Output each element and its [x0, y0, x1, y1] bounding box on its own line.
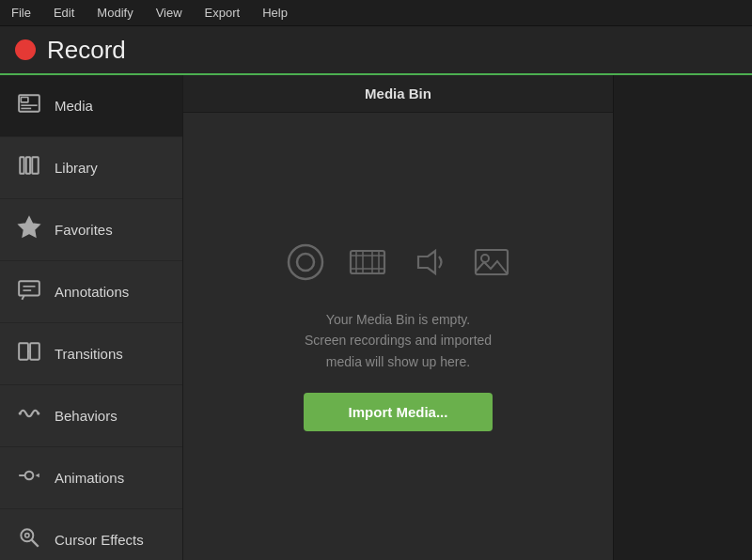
- audio-icon: [409, 241, 450, 288]
- sidebar-item-favorites-label: Favorites: [55, 222, 113, 238]
- right-panel: [613, 75, 752, 560]
- behaviors-icon: [17, 401, 41, 430]
- sidebar-item-library[interactable]: Library: [0, 137, 182, 199]
- menu-help[interactable]: Help: [258, 4, 291, 22]
- sidebar-item-favorites[interactable]: Favorites: [0, 199, 182, 261]
- menubar: File Edit Modify View Export Help: [0, 0, 752, 26]
- media-bin-empty-text: Your Media Bin is empty. Screen recordin…: [305, 309, 492, 372]
- menu-export[interactable]: Export: [201, 4, 244, 22]
- cursor-icon: [17, 525, 41, 554]
- svg-rect-8: [19, 281, 39, 295]
- sidebar-item-behaviors[interactable]: Behaviors: [0, 385, 182, 447]
- menu-modify[interactable]: Modify: [93, 4, 136, 22]
- svg-marker-30: [418, 251, 435, 273]
- animations-icon: [17, 463, 41, 492]
- media-bin-body: Your Media Bin is empty. Screen recordin…: [183, 113, 613, 560]
- media-bin-icons: [285, 241, 512, 288]
- record-bin-icon: [285, 241, 326, 288]
- content-header: Media Bin: [183, 75, 613, 113]
- image-icon: [471, 241, 512, 288]
- svg-line-20: [32, 540, 39, 547]
- sidebar-item-media[interactable]: Media: [0, 75, 182, 137]
- favorites-icon: [17, 215, 41, 244]
- svg-rect-1: [21, 98, 28, 102]
- film-icon: [347, 241, 388, 288]
- main-layout: Media Library Favorites: [0, 75, 752, 560]
- sidebar-item-transitions-label: Transitions: [55, 346, 123, 362]
- media-icon: [17, 91, 41, 120]
- sidebar-item-animations-label: Animations: [55, 470, 124, 486]
- sidebar-item-annotations-label: Annotations: [55, 284, 129, 300]
- svg-point-19: [21, 529, 33, 541]
- svg-point-22: [289, 245, 322, 279]
- svg-marker-18: [36, 474, 39, 477]
- transitions-icon: [17, 339, 41, 368]
- content-area: Media Bin: [183, 75, 613, 560]
- record-title: Record: [47, 36, 126, 65]
- sidebar-item-media-label: Media: [55, 98, 93, 114]
- library-icon: [17, 153, 41, 182]
- sidebar-item-behaviors-label: Behaviors: [55, 408, 118, 424]
- svg-rect-11: [19, 343, 28, 359]
- svg-point-16: [25, 472, 34, 480]
- svg-rect-31: [476, 250, 508, 274]
- svg-point-23: [297, 254, 314, 271]
- record-bar: Record: [0, 26, 752, 75]
- sidebar: Media Library Favorites: [0, 75, 183, 560]
- sidebar-item-transitions[interactable]: Transitions: [0, 323, 182, 385]
- svg-rect-12: [30, 343, 39, 359]
- svg-point-15: [37, 412, 39, 414]
- menu-edit[interactable]: Edit: [50, 4, 78, 22]
- sidebar-item-animations[interactable]: Animations: [0, 447, 182, 509]
- svg-rect-4: [20, 157, 24, 173]
- sidebar-item-annotations[interactable]: Annotations: [0, 261, 182, 323]
- sidebar-item-library-label: Library: [55, 160, 98, 176]
- svg-marker-7: [19, 217, 39, 237]
- import-media-button[interactable]: Import Media...: [304, 393, 494, 431]
- svg-rect-5: [26, 157, 30, 173]
- media-bin-title: Media Bin: [365, 86, 431, 101]
- svg-point-14: [19, 412, 22, 414]
- svg-point-32: [481, 255, 489, 262]
- sidebar-item-cursor-effects[interactable]: Cursor Effects: [0, 509, 182, 560]
- annotations-icon: [17, 277, 41, 306]
- record-dot[interactable]: [15, 39, 36, 60]
- sidebar-item-cursor-effects-label: Cursor Effects: [55, 532, 144, 548]
- svg-point-21: [25, 534, 29, 537]
- svg-rect-6: [32, 157, 39, 173]
- menu-view[interactable]: View: [152, 4, 186, 22]
- menu-file[interactable]: File: [8, 4, 35, 22]
